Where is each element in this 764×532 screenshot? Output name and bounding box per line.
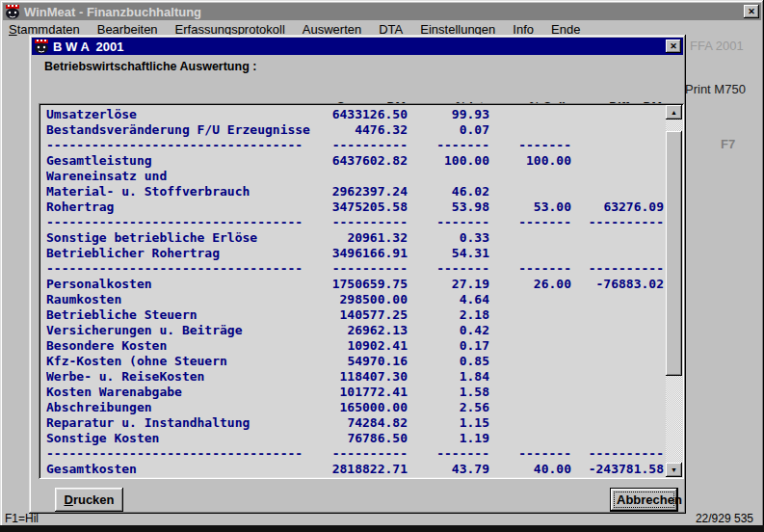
table-row[interactable]: Gesamtleistung6437602.82100.00100.00 (46, 153, 664, 169)
row-value: 140577.25 (321, 307, 408, 323)
row-value: 76786.50 (321, 431, 408, 446)
table-row[interactable]: Betrieblicher Rohertrag3496166.9154.31 (46, 246, 664, 261)
table-row[interactable]: ----------------------------------------… (46, 261, 664, 277)
row-value (489, 307, 571, 323)
row-value: 74284.82 (321, 415, 408, 431)
table-row[interactable]: Kfz-Kosten (ohne Steuern54970.160.85 (46, 354, 664, 369)
row-label: ---------------------------------- (46, 215, 321, 230)
report-list: Umsatzerlöse6433126.5099.93Bestandsverän… (39, 103, 684, 479)
row-label: Besondere Kosten (46, 338, 321, 354)
row-label: Sonstige Kosten (46, 431, 321, 446)
row-label: Versicherungen u. Beiträge (46, 323, 321, 338)
row-value: ---------- (321, 215, 408, 230)
row-value (489, 354, 571, 369)
row-value: 4476.32 (321, 122, 408, 138)
scroll-up-button[interactable]: ▲ (666, 105, 682, 120)
row-value: ---------- (321, 261, 408, 277)
row-value: ------- (489, 446, 571, 462)
table-row[interactable]: Umsatzerlöse6433126.5099.93 (46, 107, 664, 122)
bwa-dialog: B W A 2001 ✕ Betriebswirtschaftliche Aus… (29, 35, 686, 514)
row-value: ------- (489, 215, 571, 230)
table-row[interactable]: Versicherungen u. Beiträge26962.130.42 (46, 323, 664, 338)
row-value: 54970.16 (321, 354, 408, 369)
row-value: 53.98 (408, 200, 489, 215)
row-value: 0.42 (408, 323, 489, 338)
table-row[interactable]: ----------------------------------------… (46, 215, 664, 230)
print-button[interactable]: Drucken (55, 488, 123, 512)
row-value: 99.93 (408, 107, 489, 122)
dialog-titlebar: B W A 2001 ✕ (32, 38, 683, 55)
row-value (571, 184, 664, 200)
row-value: 1.15 (408, 415, 489, 431)
row-value (571, 230, 664, 246)
table-row[interactable]: Personalkosten1750659.7527.1926.00-76883… (46, 277, 664, 292)
row-label: Betriebliche Steuern (46, 307, 321, 323)
row-value: 165000.00 (321, 400, 408, 415)
row-value (571, 323, 664, 338)
row-label: Abschreibungen (46, 400, 321, 415)
row-label: Umsatzerlöse (46, 107, 321, 122)
row-label: Werbe- u. ReiseKosten (46, 369, 321, 385)
row-value (489, 230, 571, 246)
table-row[interactable]: ----------------------------------------… (46, 138, 664, 153)
row-label: Kfz-Kosten (ohne Steuern (46, 354, 321, 369)
row-value: 1750659.75 (321, 277, 408, 292)
row-value: 2818822.71 (321, 462, 408, 477)
window-close-button[interactable]: ✕ (744, 5, 759, 18)
row-value: 0.85 (408, 354, 489, 369)
dialog-title: B W A 2001 (53, 40, 123, 54)
status-bar: F1=Hil 22/929 535 (3, 512, 761, 525)
row-label: ---------------------------------- (46, 138, 321, 153)
row-value (489, 122, 571, 138)
status-counter: 22/929 535 (696, 512, 753, 525)
row-value (489, 323, 571, 338)
table-row[interactable]: ----------------------------------------… (46, 446, 664, 462)
row-value (571, 338, 664, 354)
row-value (489, 431, 571, 446)
row-value (489, 338, 571, 354)
dialog-icon (34, 39, 49, 54)
row-value: 2.56 (408, 400, 489, 415)
row-value (571, 415, 664, 431)
table-row[interactable]: Sonstige Kosten76786.501.19 (46, 431, 664, 446)
table-row[interactable]: Abschreibungen165000.002.56 (46, 400, 664, 415)
row-value (489, 369, 571, 385)
dialog-close-button[interactable]: ✕ (666, 40, 681, 53)
table-row[interactable]: Bestandsveränderung F/U Erzeugnisse4476.… (46, 122, 664, 138)
row-value: 10902.41 (321, 338, 408, 354)
row-value (408, 169, 489, 184)
row-label: Material- u. Stoffverbrauch (46, 184, 321, 200)
row-value: 46.02 (408, 184, 489, 200)
row-label: Wareneinsatz und (46, 169, 321, 184)
table-row[interactable]: Betriebliche Steuern140577.252.18 (46, 307, 664, 323)
row-value: 100.00 (489, 153, 571, 169)
table-row[interactable]: Reparatur u. Instandhaltung74284.821.15 (46, 415, 664, 431)
bottom-strip (0, 525, 764, 532)
row-value (489, 246, 571, 261)
vertical-scrollbar[interactable]: ▲ ▼ (666, 105, 682, 477)
row-label: Sonstige betriebliche Erlöse (46, 230, 321, 246)
row-value: 1.58 (408, 385, 489, 400)
table-row[interactable]: Gesamtkosten2818822.7143.7940.00-243781.… (46, 462, 664, 477)
row-value: 0.33 (408, 230, 489, 246)
app-icon (5, 4, 20, 19)
table-row[interactable]: Sonstige betriebliche Erlöse20961.320.33 (46, 230, 664, 246)
row-value: 63276.09 (571, 200, 664, 215)
table-row[interactable]: Raumkosten298500.004.64 (46, 292, 664, 307)
scroll-thumb[interactable] (666, 131, 682, 376)
table-row[interactable]: Wareneinsatz und (46, 169, 664, 184)
table-row[interactable]: Besondere Kosten10902.410.17 (46, 338, 664, 354)
row-value: ------- (489, 261, 571, 277)
table-row[interactable]: Werbe- u. ReiseKosten118407.301.84 (46, 369, 664, 385)
table-row[interactable]: Material- u. Stoffverbrauch2962397.2446.… (46, 184, 664, 200)
window-titlebar: WinMeat - Finanzbuchhaltung ✕ (3, 3, 761, 20)
report-rows: Umsatzerlöse6433126.5099.93Bestandsverän… (40, 105, 666, 477)
row-value: 0.17 (408, 338, 489, 354)
table-row[interactable]: Rohertrag3475205.5853.9853.0063276.09 (46, 200, 664, 215)
scroll-down-button[interactable]: ▼ (666, 463, 682, 477)
row-value (489, 400, 571, 415)
bg-label-printer: Print M750 (685, 82, 746, 96)
table-row[interactable]: Kosten Warenabgabe101772.411.58 (46, 385, 664, 400)
cancel-button[interactable]: Abbrechen (610, 488, 678, 512)
row-value: ---------- (571, 261, 664, 277)
